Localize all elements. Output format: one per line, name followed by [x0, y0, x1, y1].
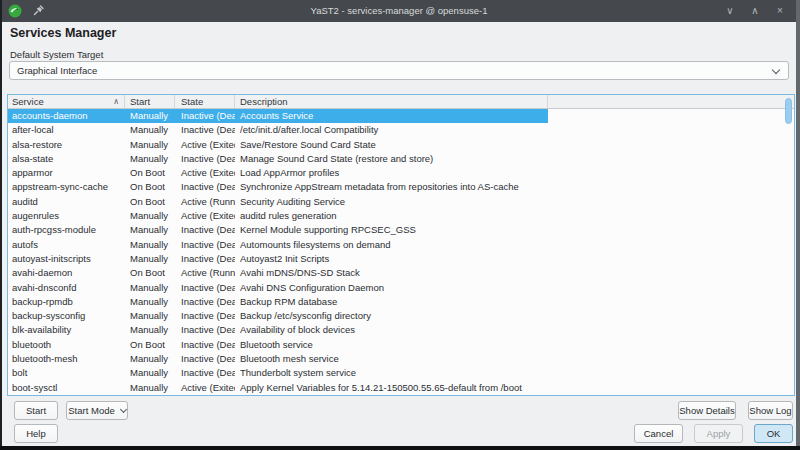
- cell-service: blk-availability: [8, 323, 125, 337]
- help-button[interactable]: Help: [14, 424, 58, 443]
- cell-start: Manually: [125, 252, 175, 266]
- table-row[interactable]: autoyast-initscriptsManuallyInactive (De…: [8, 252, 548, 266]
- sort-ascending-icon: ∧: [113, 95, 119, 108]
- table-row[interactable]: backup-rpmdbManuallyInactive (Dead)Backu…: [8, 295, 548, 309]
- cell-description: Security Auditing Service: [235, 195, 548, 209]
- table-row[interactable]: accounts-daemonManuallyInactive (Dead)Ac…: [8, 109, 548, 123]
- cell-service: auditd: [8, 195, 125, 209]
- cell-description: Autoyast2 Init Scripts: [235, 252, 548, 266]
- table-row[interactable]: avahi-dnsconfdManuallyInactive (Dead)Ava…: [8, 281, 548, 295]
- cell-state: Inactive (Dead): [175, 309, 235, 323]
- table-row[interactable]: bluetooth-meshManuallyInactive (Dead)Blu…: [8, 352, 548, 366]
- cell-state: Active (Exited): [175, 209, 235, 223]
- cell-state: Active (Exited): [175, 138, 235, 152]
- table-row[interactable]: boot-sysctlManuallyActive (Exited)Apply …: [8, 381, 548, 395]
- close-icon[interactable]: ×: [774, 0, 786, 22]
- cell-service: augenrules: [8, 209, 125, 223]
- default-system-target-select[interactable]: Graphical Interface: [9, 61, 789, 80]
- table-row[interactable]: auth-rpcgss-moduleManuallyInactive (Dead…: [8, 223, 548, 237]
- cell-description: /etc/init.d/after.local Compatibility: [235, 123, 548, 137]
- start-button[interactable]: Start: [14, 401, 58, 420]
- cell-start: On Boot: [125, 266, 175, 280]
- column-header-service[interactable]: Service ∧: [8, 95, 125, 108]
- table-row[interactable]: after-localManuallyInactive (Dead)/etc/i…: [8, 123, 548, 137]
- table-row[interactable]: backup-sysconfigManuallyInactive (Dead)B…: [8, 309, 548, 323]
- cell-service: autoyast-initscripts: [8, 252, 125, 266]
- ok-button[interactable]: OK: [754, 424, 793, 443]
- cell-state: Inactive (Dead): [175, 123, 235, 137]
- cell-state: Active (Running): [175, 266, 235, 280]
- cell-start: Manually: [125, 295, 175, 309]
- cell-description: Bluetooth mesh service: [235, 352, 548, 366]
- cell-start: Manually: [125, 109, 175, 123]
- column-header-start[interactable]: Start: [125, 95, 175, 108]
- cell-start: On Boot: [125, 166, 175, 180]
- table-row[interactable]: appstream-sync-cacheOn BootInactive (Dea…: [8, 180, 548, 194]
- yast2-services-manager-window: YaST2 - services-manager @ opensuse-1 ∨ …: [2, 0, 796, 446]
- cell-start: On Boot: [125, 338, 175, 352]
- chevron-down-icon: [772, 66, 780, 74]
- cell-description: Accounts Service: [235, 109, 548, 123]
- cell-description: Kernel Module supporting RPCSEC_GSS: [235, 223, 548, 237]
- minimize-icon[interactable]: ∨: [724, 0, 736, 22]
- titlebar[interactable]: YaST2 - services-manager @ opensuse-1 ∨ …: [2, 0, 796, 22]
- table-row[interactable]: autofsManuallyInactive (Dead)Automounts …: [8, 238, 548, 252]
- cell-start: Manually: [125, 309, 175, 323]
- table-row[interactable]: avahi-daemonOn BootActive (Running)Avahi…: [8, 266, 548, 280]
- cell-state: Active (Exited): [175, 166, 235, 180]
- show-log-button[interactable]: Show Log: [748, 401, 793, 420]
- table-row[interactable]: blk-availabilityManuallyInactive (Dead)A…: [8, 323, 548, 337]
- table-row[interactable]: augenrulesManuallyActive (Exited)auditd …: [8, 209, 548, 223]
- cell-state: Inactive (Dead): [175, 109, 235, 123]
- table-row[interactable]: alsa-stateManuallyInactive (Dead)Manage …: [8, 152, 548, 166]
- cell-start: On Boot: [125, 195, 175, 209]
- cell-start: Manually: [125, 352, 175, 366]
- table-row[interactable]: bluetoothOn BootInactive (Dead)Bluetooth…: [8, 338, 548, 352]
- pin-icon[interactable]: [32, 4, 45, 17]
- column-header-state[interactable]: State: [175, 95, 235, 108]
- cell-service: accounts-daemon: [8, 109, 125, 123]
- cell-service: backup-sysconfig: [8, 309, 125, 323]
- table-row[interactable]: boltManuallyInactive (Dead)Thunderbolt s…: [8, 366, 548, 380]
- yast-app-icon[interactable]: [8, 4, 22, 18]
- table-row[interactable]: apparmorOn BootActive (Exited)Load AppAr…: [8, 166, 548, 180]
- column-header-filler: [548, 95, 794, 108]
- cell-start: Manually: [125, 381, 175, 395]
- cell-start: Manually: [125, 223, 175, 237]
- start-mode-button[interactable]: Start Mode: [66, 401, 128, 420]
- table-row[interactable]: auditdOn BootActive (Running)Security Au…: [8, 195, 548, 209]
- cell-start: Manually: [125, 323, 175, 337]
- cell-state: Inactive (Dead): [175, 338, 235, 352]
- default-system-target-label: Default System Target: [10, 49, 103, 60]
- cell-state: Inactive (Dead): [175, 252, 235, 266]
- cell-service: appstream-sync-cache: [8, 180, 125, 194]
- cell-service: alsa-restore: [8, 138, 125, 152]
- maximize-icon[interactable]: ∧: [749, 0, 761, 22]
- cell-state: Inactive (Dead): [175, 295, 235, 309]
- cell-description: Avahi DNS Configuration Daemon: [235, 281, 548, 295]
- show-details-button[interactable]: Show Details: [678, 401, 736, 420]
- cell-description: Apply Kernel Variables for 5.14.21-15050…: [235, 381, 548, 395]
- cell-description: Synchronize AppStream metadata from repo…: [235, 180, 548, 194]
- window-title: YaST2 - services-manager @ opensuse-1: [102, 0, 696, 22]
- cell-description: Avahi mDNS/DNS-SD Stack: [235, 266, 548, 280]
- chevron-down-icon: [120, 405, 127, 412]
- cell-service: avahi-daemon: [8, 266, 125, 280]
- cell-description: Backup /etc/sysconfig directory: [235, 309, 548, 323]
- cell-description: Manage Sound Card State (restore and sto…: [235, 152, 548, 166]
- screen-edge-right: [796, 0, 800, 450]
- vertical-scrollbar-thumb[interactable]: [785, 98, 792, 124]
- cell-service: autofs: [8, 238, 125, 252]
- cell-description: Automounts filesystems on demand: [235, 238, 548, 252]
- cell-start: Manually: [125, 209, 175, 223]
- cell-service: apparmor: [8, 166, 125, 180]
- cancel-button[interactable]: Cancel: [634, 424, 683, 443]
- selected-target-value: Graphical Interface: [17, 62, 97, 79]
- table-row[interactable]: alsa-restoreManuallyActive (Exited)Save/…: [8, 138, 548, 152]
- cell-service: alsa-state: [8, 152, 125, 166]
- screen-edge-bottom: [0, 446, 800, 450]
- column-header-description[interactable]: Description: [235, 95, 548, 108]
- cell-state: Inactive (Dead): [175, 238, 235, 252]
- service-table-body: accounts-daemonManuallyInactive (Dead)Ac…: [8, 109, 794, 395]
- cell-service: backup-rpmdb: [8, 295, 125, 309]
